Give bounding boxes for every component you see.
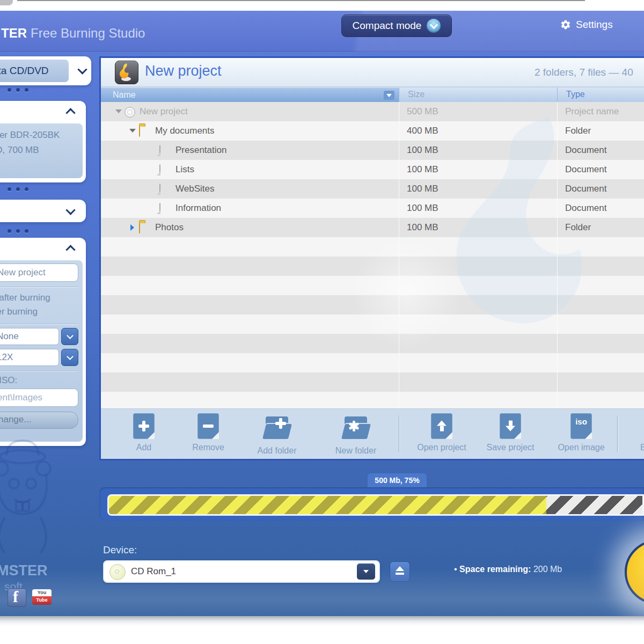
burn-options-panel-header[interactable] — [0, 238, 86, 260]
column-header-type[interactable]: Type — [557, 87, 644, 102]
app-title-subtitle: Free Burning Studio — [31, 26, 145, 40]
remove-button[interactable]: Remove — [179, 413, 238, 452]
row-size: 100 MB — [407, 141, 438, 160]
settings-button[interactable]: Settings — [560, 19, 613, 31]
new-folder-label: New folder — [326, 446, 385, 456]
chevron-up-icon — [65, 108, 75, 118]
app-window: TERFree Burning Studio Compact mode Sett… — [0, 11, 644, 616]
doc-arrow-down-icon — [500, 413, 521, 439]
device-media-line: CD, 700 MB — [0, 143, 80, 158]
disc-icon — [125, 107, 135, 118]
row-type: Document — [565, 199, 606, 218]
row-size: 400 MB — [407, 121, 438, 141]
device-label: Device: — [103, 544, 137, 556]
iso-icon-text: iso — [570, 417, 592, 426]
app-title-brand: TER — [1, 26, 27, 40]
compact-mode-button[interactable]: Compact mode — [341, 14, 452, 37]
burn-options-panel: New project a after burning fter burning… — [0, 238, 86, 446]
dropdown-button[interactable] — [61, 349, 78, 366]
add-folder-button[interactable]: Add folder — [247, 413, 306, 456]
row-type: Document — [565, 179, 606, 199]
row-size: 100 MB — [407, 199, 438, 218]
table-row[interactable]: Presentation 100 MB Document — [101, 141, 644, 160]
gear-icon — [560, 19, 571, 30]
device-info-panel-header[interactable]: n — [0, 101, 86, 123]
folder-icon — [139, 126, 140, 137]
iso-label: o ISO: — [0, 375, 78, 386]
table-row[interactable]: Information 100 MB Document — [101, 199, 644, 218]
app-title: TERFree Burning Studio — [1, 26, 145, 41]
row-name: Presentation — [175, 141, 226, 160]
collapsed-panel — [0, 200, 86, 222]
expander-icon[interactable] — [129, 129, 136, 133]
toolbar-separator — [399, 415, 399, 452]
column-header-name[interactable]: Name — [101, 87, 399, 102]
divider — [0, 371, 78, 371]
top-edge-line — [17, 0, 585, 1]
project-name-input[interactable]: New project — [0, 264, 78, 282]
save-project-label: Save project — [481, 443, 540, 452]
table-header: Name Size Type — [101, 87, 644, 102]
project-panel: New project 2 folders, 7 files — 40 Name… — [99, 56, 644, 460]
table-row[interactable]: My documents 400 MB Folder — [101, 121, 644, 141]
row-type: Document — [565, 141, 606, 160]
expander-icon[interactable] — [115, 109, 122, 113]
media-type-value: ata CD/DVD — [0, 60, 69, 82]
project-header: New project 2 folders, 7 files — 40 — [101, 58, 644, 87]
doc-arrow-up-icon — [431, 413, 452, 439]
row-name: WebSites — [175, 179, 214, 199]
row-name: Information — [175, 199, 221, 218]
device-info-panel: n neer BDR-205BK CD, 700 MB — [0, 101, 86, 182]
chevron-up-icon — [65, 245, 75, 254]
dropdown-button[interactable] — [61, 328, 78, 345]
row-size: 500 MB — [407, 102, 438, 121]
table-row[interactable]: Lists 100 MB Document — [101, 160, 644, 179]
top-edge-artifact — [0, 0, 13, 5]
row-type: Folder — [565, 121, 591, 141]
iso-path-input[interactable]: ent\Images — [0, 389, 78, 407]
new-folder-button[interactable]: New folder — [326, 413, 385, 456]
document-icon — [159, 184, 160, 195]
collapsed-panel-header[interactable] — [0, 200, 86, 222]
table-row[interactable]: New project 500 MB Project name — [101, 102, 644, 121]
row-type: Folder — [565, 218, 591, 237]
progress-bar — [107, 494, 644, 516]
partial-toolbar-button[interactable]: E — [630, 413, 644, 452]
file-tree: New project 500 MB Project name My docum… — [101, 102, 644, 408]
partial-label: E — [630, 443, 644, 452]
checkbox-option-1[interactable]: a after burning — [0, 291, 78, 305]
table-row[interactable]: WebSites 100 MB Document — [101, 179, 644, 199]
column-header-size[interactable]: Size — [399, 87, 557, 102]
settings-label: Settings — [576, 19, 613, 31]
table-row[interactable]: Photos 100 MB Folder — [101, 218, 644, 237]
row-size: 100 MB — [407, 179, 438, 199]
erase-dropdown[interactable]: None — [0, 328, 78, 345]
burn-options-body: New project a after burning fter burning… — [0, 260, 83, 442]
open-project-label: Open project — [412, 443, 471, 452]
window-bottom-gloss — [0, 569, 644, 616]
chevron-down-icon — [77, 64, 87, 74]
speed-dropdown-value: 12X — [0, 349, 59, 366]
change-path-button[interactable]: hange... — [0, 412, 78, 429]
column-name-label: Name — [113, 90, 136, 99]
checkbox-option-2[interactable]: fter burning — [0, 305, 78, 319]
expander-icon[interactable] — [130, 225, 134, 231]
open-project-button[interactable]: Open project — [412, 413, 471, 452]
sort-indicator[interactable] — [384, 91, 394, 100]
window-shadow — [0, 616, 644, 626]
row-name: Photos — [155, 218, 184, 237]
media-type-selector[interactable]: ata CD/DVD — [0, 56, 91, 85]
add-button[interactable]: Add — [114, 413, 173, 452]
save-project-button[interactable]: Save project — [481, 413, 540, 452]
row-name: My documents — [155, 121, 215, 141]
screenshot-canvas: TERFree Burning Studio Compact mode Sett… — [0, 0, 644, 644]
open-image-label: Open image — [552, 443, 611, 452]
separator-dots — [8, 187, 28, 191]
row-type: Project name — [565, 102, 619, 121]
document-icon — [159, 145, 160, 156]
open-image-button[interactable]: iso Open image — [552, 413, 611, 452]
speed-dropdown[interactable]: 12X — [0, 349, 78, 366]
add-label: Add — [114, 443, 173, 452]
doc-iso-icon: iso — [570, 413, 592, 439]
divider — [0, 324, 78, 324]
